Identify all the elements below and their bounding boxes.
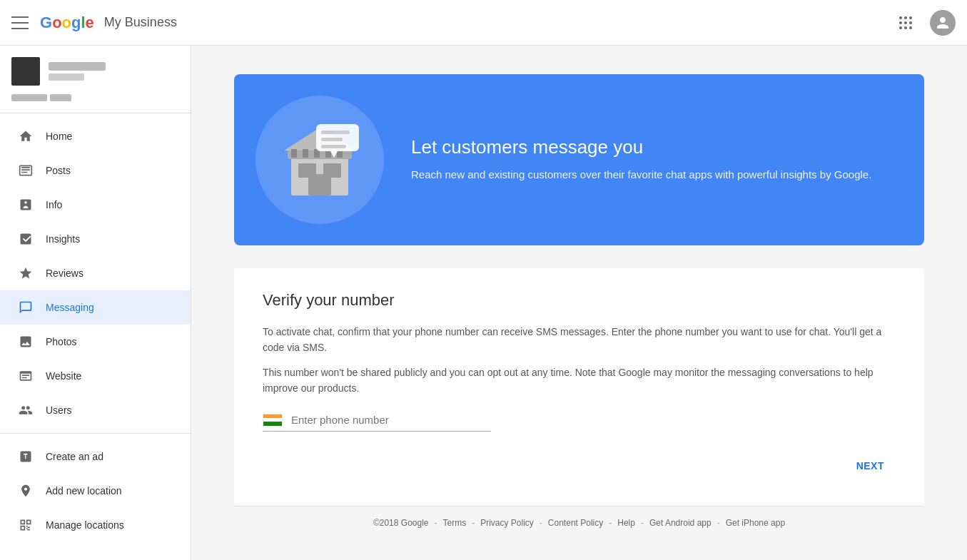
sidebar-label-users: Users xyxy=(46,404,72,416)
footer-copyright: ©2018 Google xyxy=(373,518,429,528)
sidebar-item-reviews[interactable]: Reviews xyxy=(0,256,191,290)
svg-rect-23 xyxy=(321,138,343,141)
insights-icon xyxy=(17,230,34,248)
business-name-placeholder xyxy=(49,62,106,71)
svg-point-1 xyxy=(904,16,907,19)
sidebar-item-info[interactable]: Info xyxy=(0,188,191,222)
sidebar-label-create-ad: Create an ad xyxy=(46,451,103,462)
footer-android[interactable]: Get Android app xyxy=(649,518,712,528)
promo-banner: Let customers message you Reach new and … xyxy=(234,74,924,245)
promo-title: Let customers message you xyxy=(411,136,871,158)
header: Google My Business xyxy=(0,0,967,46)
sidebar-label-home: Home xyxy=(46,131,72,142)
sidebar-item-manage-locations[interactable]: Manage locations xyxy=(0,508,191,542)
sidebar-item-website[interactable]: Website xyxy=(0,359,191,393)
verify-desc-2: This number won't be shared publicly and… xyxy=(263,365,896,397)
svg-point-8 xyxy=(909,26,912,29)
footer-help[interactable]: Help xyxy=(617,518,635,528)
svg-point-6 xyxy=(899,26,902,29)
svg-point-5 xyxy=(909,21,912,24)
google-logo-text: Google xyxy=(40,14,94,32)
manage-locations-icon xyxy=(17,516,34,534)
svg-rect-24 xyxy=(321,145,346,148)
svg-rect-14 xyxy=(308,174,331,195)
sidebar-item-create-ad[interactable]: Create an ad xyxy=(0,439,191,474)
phone-input[interactable] xyxy=(291,414,448,426)
sidebar-item-photos[interactable]: Photos xyxy=(0,325,191,359)
sidebar-label-info: Info xyxy=(46,199,62,210)
rating-bar xyxy=(11,94,47,101)
phone-input-row xyxy=(263,414,491,432)
apps-icon[interactable] xyxy=(893,10,918,36)
sidebar-item-insights[interactable]: Insights xyxy=(0,222,191,256)
india-flag xyxy=(263,414,283,427)
footer-content-policy[interactable]: Content Policy xyxy=(548,518,603,528)
svg-rect-16 xyxy=(303,149,308,158)
reviews-icon xyxy=(17,265,34,282)
sidebar-nav: Home Posts Info Insights xyxy=(0,113,191,560)
users-icon xyxy=(17,402,34,419)
sidebar-label-manage-locations: Manage locations xyxy=(46,519,124,531)
promo-image-area xyxy=(234,78,405,241)
sidebar-label-posts: Posts xyxy=(46,165,71,176)
business-avatar xyxy=(11,57,40,86)
footer: ©2018 Google - Terms - Privacy Policy - … xyxy=(234,506,924,539)
business-thumb xyxy=(11,57,179,86)
info-icon xyxy=(17,196,34,213)
sidebar-label-website: Website xyxy=(46,370,81,382)
verify-title: Verify your number xyxy=(263,291,896,310)
header-logo: Google My Business xyxy=(40,14,177,32)
promo-text: Let customers message you Reach new and … xyxy=(405,113,894,206)
verify-desc-1: To activate chat, confirm that your phon… xyxy=(263,324,896,356)
main-content: Let customers message you Reach new and … xyxy=(191,46,967,560)
footer-privacy[interactable]: Privacy Policy xyxy=(480,518,534,528)
sidebar: Home Posts Info Insights xyxy=(0,46,191,560)
flag-stripes xyxy=(263,414,283,427)
sidebar-item-messaging[interactable]: Messaging xyxy=(0,290,191,325)
business-sub-placeholder xyxy=(49,73,84,81)
flag-green xyxy=(263,422,282,425)
posts-icon xyxy=(17,162,34,179)
rating-bar2 xyxy=(50,94,71,101)
sidebar-label-insights: Insights xyxy=(46,233,80,245)
sidebar-item-home[interactable]: Home xyxy=(0,119,191,153)
main-layout: Home Posts Info Insights xyxy=(0,46,967,560)
next-btn-container: NEXT xyxy=(263,454,896,477)
sidebar-label-reviews: Reviews xyxy=(46,268,83,279)
svg-rect-15 xyxy=(291,149,297,158)
website-icon xyxy=(17,367,34,385)
footer-iphone[interactable]: Get iPhone app xyxy=(726,518,785,528)
sidebar-label-add-location: Add new location xyxy=(46,485,122,497)
sidebar-divider xyxy=(0,433,191,434)
svg-point-7 xyxy=(904,26,907,29)
photos-icon xyxy=(17,333,34,350)
next-button[interactable]: NEXT xyxy=(845,454,896,477)
app-title: My Business xyxy=(104,15,177,30)
business-name-area xyxy=(49,62,106,81)
svg-rect-22 xyxy=(321,131,350,134)
sidebar-label-photos: Photos xyxy=(46,336,77,347)
account-icon[interactable] xyxy=(930,10,956,36)
menu-icon[interactable] xyxy=(11,14,29,31)
sidebar-item-add-location[interactable]: Add new location xyxy=(0,474,191,508)
messaging-icon xyxy=(17,299,34,316)
home-icon xyxy=(17,128,34,145)
rating-row xyxy=(11,94,179,101)
verify-section: Verify your number To activate chat, con… xyxy=(234,268,924,506)
business-card xyxy=(0,46,191,113)
header-right xyxy=(893,10,956,36)
footer-terms[interactable]: Terms xyxy=(443,518,467,528)
svg-point-4 xyxy=(904,21,907,24)
sidebar-item-users[interactable]: Users xyxy=(0,393,191,427)
ad-icon xyxy=(17,448,34,465)
sidebar-label-messaging: Messaging xyxy=(46,302,94,313)
promo-circle xyxy=(255,96,384,224)
sidebar-item-posts[interactable]: Posts xyxy=(0,153,191,188)
svg-point-0 xyxy=(899,16,902,19)
promo-desc: Reach new and existing customers over th… xyxy=(411,167,871,183)
add-location-icon xyxy=(17,482,34,499)
svg-point-3 xyxy=(899,21,902,24)
svg-point-2 xyxy=(909,16,912,19)
